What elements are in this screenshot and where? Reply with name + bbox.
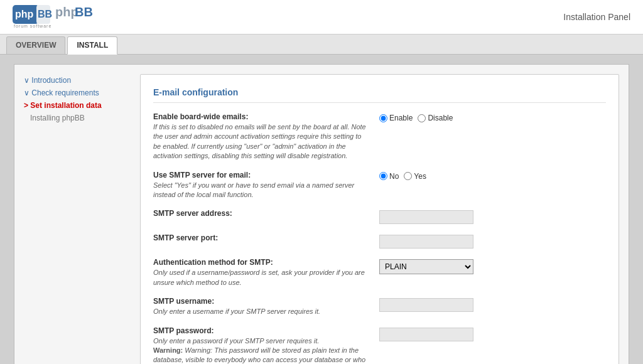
password-warning-text: Warning: This password will be stored as… bbox=[153, 346, 365, 364]
label-col-auth: Authentication method for SMTP: Only use… bbox=[153, 258, 367, 287]
label-col-smtp-port: SMTP server port: bbox=[153, 233, 367, 242]
label-smtp-port: SMTP server port: bbox=[153, 233, 367, 242]
label-col-smtp-address: SMTP server address: bbox=[153, 209, 367, 218]
inner-layout: ∨ Introduction ∨ Check requirements > Se… bbox=[24, 74, 619, 364]
svg-text:BB: BB bbox=[75, 5, 93, 19]
tab-overview[interactable]: OVERVIEW bbox=[6, 36, 65, 54]
form-panel: E-mail configuration Enable board-wide e… bbox=[140, 74, 619, 364]
control-col-smtp-password bbox=[379, 326, 606, 341]
sidebar-arrow-set: > bbox=[24, 101, 30, 110]
sidebar-item-introduction[interactable]: ∨ Introduction bbox=[24, 74, 131, 87]
auth-method-select[interactable]: PLAIN LOGIN CRAM-MD5 bbox=[379, 259, 473, 274]
label-col-enable-emails: Enable board-wide emails: If this is set… bbox=[153, 112, 367, 161]
sidebar-item-check-requirements[interactable]: ∨ Check requirements bbox=[24, 87, 131, 99]
radio-yes-text: Yes bbox=[414, 172, 426, 181]
control-col-smtp-address bbox=[379, 209, 606, 224]
sidebar-arrow-introduction: ∨ bbox=[24, 76, 31, 85]
radio-disable[interactable] bbox=[418, 114, 426, 122]
radio-label-no[interactable]: No bbox=[379, 172, 399, 181]
radio-disable-text: Disable bbox=[428, 114, 453, 122]
sidebar: ∨ Introduction ∨ Check requirements > Se… bbox=[24, 74, 131, 364]
header: php BB forum software php BB Installatio… bbox=[0, 0, 643, 35]
row-auth-method: Authentication method for SMTP: Only use… bbox=[153, 258, 606, 287]
smtp-password-input[interactable] bbox=[379, 328, 473, 341]
radio-no-text: No bbox=[389, 172, 399, 181]
row-smtp-username: SMTP username: Only enter a username if … bbox=[153, 297, 606, 316]
label-smtp-address: SMTP server address: bbox=[153, 209, 367, 218]
radio-group-smtp: No Yes bbox=[379, 172, 606, 181]
row-smtp-port: SMTP server port: bbox=[153, 233, 606, 249]
control-col-auth: PLAIN LOGIN CRAM-MD5 bbox=[379, 258, 606, 274]
smtp-username-input[interactable] bbox=[379, 298, 473, 312]
label-enable-emails: Enable board-wide emails: bbox=[153, 112, 367, 121]
sidebar-arrow-check: ∨ bbox=[24, 88, 31, 97]
content-area: ∨ Introduction ∨ Check requirements > Se… bbox=[14, 64, 629, 364]
tabs-bar: OVERVIEW INSTALL bbox=[0, 35, 643, 55]
logo: php BB forum software php BB bbox=[13, 4, 94, 30]
label-smtp-password: SMTP password: bbox=[153, 326, 367, 335]
smtp-port-input[interactable] bbox=[379, 235, 473, 249]
label-use-smtp: Use SMTP server for email: bbox=[153, 171, 367, 179]
control-col-smtp-username bbox=[379, 297, 606, 312]
label-col-smtp-username: SMTP username: Only enter a username if … bbox=[153, 297, 367, 316]
radio-smtp-yes[interactable] bbox=[404, 172, 412, 180]
control-col-enable-emails: Enable Disable bbox=[379, 112, 606, 122]
desc-use-smtp: Select "Yes" if you want or have to send… bbox=[153, 181, 367, 200]
radio-smtp-no[interactable] bbox=[379, 172, 387, 180]
sidebar-item-installing-phpbb: Installing phpBB bbox=[24, 112, 131, 124]
main-wrapper: ∨ Introduction ∨ Check requirements > Se… bbox=[0, 55, 643, 364]
label-col-smtp: Use SMTP server for email: Select "Yes" … bbox=[153, 171, 367, 200]
desc-smtp-password: Only enter a password if your SMTP serve… bbox=[153, 336, 367, 364]
radio-label-yes[interactable]: Yes bbox=[404, 172, 426, 181]
sidebar-arrow-install bbox=[24, 114, 28, 122]
control-col-smtp: No Yes bbox=[379, 171, 606, 181]
header-title: Installation Panel bbox=[563, 12, 630, 22]
radio-enable-text: Enable bbox=[389, 114, 413, 122]
desc-smtp-username: Only enter a username if your SMTP serve… bbox=[153, 307, 367, 316]
smtp-address-input[interactable] bbox=[379, 210, 473, 224]
radio-group-enable-emails: Enable Disable bbox=[379, 114, 606, 122]
desc-auth-method: Only used if a username/password is set,… bbox=[153, 268, 367, 287]
section-title: E-mail configuration bbox=[153, 87, 606, 103]
control-col-smtp-port bbox=[379, 233, 606, 249]
radio-enable[interactable] bbox=[379, 114, 387, 122]
label-auth-method: Authentication method for SMTP: bbox=[153, 258, 367, 267]
desc-enable-emails: If this is set to disabled no emails wil… bbox=[153, 122, 367, 161]
radio-label-disable[interactable]: Disable bbox=[418, 114, 453, 122]
phpbb-logo: php BB forum software php BB bbox=[13, 4, 94, 30]
svg-text:php: php bbox=[15, 9, 34, 19]
row-smtp-password: SMTP password: Only enter a password if … bbox=[153, 326, 606, 364]
radio-label-enable[interactable]: Enable bbox=[379, 114, 413, 122]
row-enable-board-emails: Enable board-wide emails: If this is set… bbox=[153, 112, 606, 161]
svg-text:forum  software: forum software bbox=[14, 24, 51, 28]
svg-text:BB: BB bbox=[38, 9, 52, 19]
row-smtp-address: SMTP server address: bbox=[153, 209, 606, 224]
tab-install[interactable]: INSTALL bbox=[67, 36, 117, 55]
row-use-smtp: Use SMTP server for email: Select "Yes" … bbox=[153, 171, 606, 200]
password-warning-label: Warning: bbox=[153, 346, 183, 354]
label-col-smtp-password: SMTP password: Only enter a password if … bbox=[153, 326, 367, 364]
label-smtp-username: SMTP username: bbox=[153, 297, 367, 306]
sidebar-item-set-installation-data[interactable]: > Set installation data bbox=[24, 99, 131, 112]
